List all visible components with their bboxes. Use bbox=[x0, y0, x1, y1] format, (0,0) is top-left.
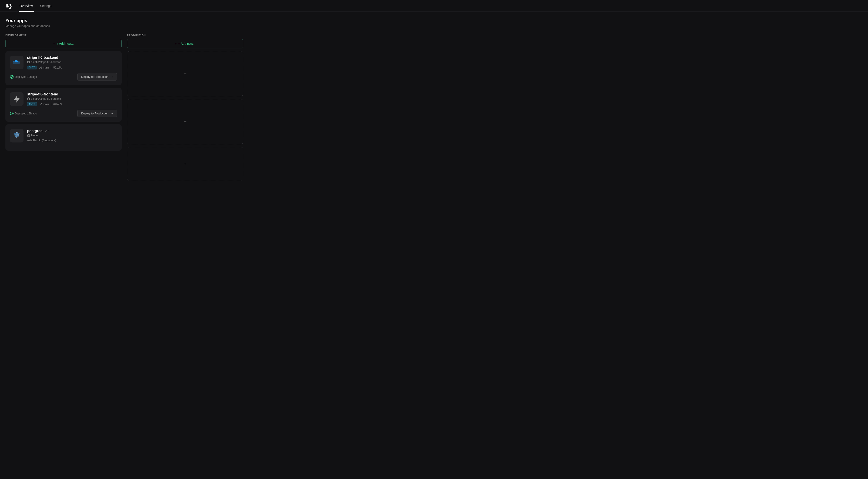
auto-badge-frontend: AUTO bbox=[27, 102, 37, 106]
app-card-top: stripe-fl0-backend dalefl0/stripe-fl0-ba… bbox=[10, 56, 117, 69]
postgres-version: v15 bbox=[45, 129, 49, 133]
svg-point-6 bbox=[19, 61, 20, 62]
main-content: Your apps Manage your apps and databases… bbox=[0, 12, 249, 190]
production-column: PRODUCTION + + Add new... + + + bbox=[127, 34, 243, 184]
columns-grid: DEVELOPMENT + + Add new... bbox=[5, 34, 243, 184]
postgres-region: Asia Pacific (Singapore) bbox=[27, 139, 117, 142]
app-meta-frontend: AUTO ⎇ main | 64b774 bbox=[27, 102, 117, 106]
svg-point-10 bbox=[16, 133, 18, 136]
production-empty-slot-2[interactable]: + bbox=[127, 99, 243, 144]
app-repo-frontend: dalefl0/stripe-fl0-frontend bbox=[27, 97, 117, 100]
production-empty-slot-3[interactable]: + bbox=[127, 147, 243, 181]
app-info-postgres: postgres v15 Neon Asia Pacific (Singapor… bbox=[27, 129, 117, 142]
branch-icon: ⎇ bbox=[39, 66, 42, 69]
logo-text: fl{} bbox=[5, 3, 11, 9]
deploy-status-backend: Deployed 19h ago bbox=[10, 75, 37, 79]
svg-marker-7 bbox=[14, 96, 20, 102]
app-info-backend: stripe-fl0-backend dalefl0/stripe-fl0-ba… bbox=[27, 56, 117, 69]
svg-point-16 bbox=[18, 133, 19, 134]
commit-hash-backend: 551c5d bbox=[53, 66, 62, 69]
docker-icon bbox=[10, 56, 24, 69]
deploy-to-production-button-frontend[interactable]: Deploy to Production → bbox=[77, 110, 117, 117]
app-card-postgres: postgres v15 Neon Asia Pacific (Singapor… bbox=[5, 124, 122, 151]
github-icon-frontend bbox=[27, 97, 30, 100]
plus-icon-slot1: + bbox=[184, 71, 187, 77]
tab-settings[interactable]: Settings bbox=[39, 0, 53, 12]
plus-icon-slot2: + bbox=[184, 119, 187, 125]
development-header: DEVELOPMENT bbox=[5, 34, 122, 37]
db-icon bbox=[27, 134, 30, 137]
app-card-stripe-fl0-backend: stripe-fl0-backend dalefl0/stripe-fl0-ba… bbox=[5, 51, 122, 85]
branch-info-backend: ⎇ main bbox=[39, 66, 49, 69]
page-subtitle: Manage your apps and databases. bbox=[5, 24, 243, 28]
app-repo-backend: dalefl0/stripe-fl0-backend bbox=[27, 61, 117, 64]
app-card-footer-frontend: Deployed 19h ago Deploy to Production → bbox=[10, 110, 117, 117]
svg-point-15 bbox=[14, 133, 15, 135]
app-card-footer-backend: Deployed 19h ago Deploy to Production → bbox=[10, 73, 117, 81]
svg-rect-0 bbox=[13, 61, 15, 62]
nav-tabs: Overview Settings bbox=[19, 0, 58, 11]
status-icon-backend bbox=[10, 75, 13, 79]
app-card-stripe-fl0-frontend: stripe-fl0-frontend dalefl0/stripe-fl0-f… bbox=[5, 88, 122, 122]
tab-overview[interactable]: Overview bbox=[19, 0, 34, 12]
app-meta-backend: AUTO ⎇ main | 551c5d bbox=[27, 66, 117, 69]
svg-point-13 bbox=[16, 134, 16, 134]
production-add-new-button[interactable]: + + Add new... bbox=[127, 39, 243, 49]
arrow-right-icon-frontend: → bbox=[110, 112, 113, 115]
app-card-top-postgres: postgres v15 Neon Asia Pacific (Singapor… bbox=[10, 129, 117, 143]
branch-info-frontend: ⎇ main bbox=[39, 103, 49, 106]
app-card-top-frontend: stripe-fl0-frontend dalefl0/stripe-fl0-f… bbox=[10, 92, 117, 106]
plus-icon-prod: + bbox=[175, 42, 177, 46]
plus-icon-slot3: + bbox=[184, 161, 187, 167]
logo: fl{} bbox=[5, 3, 11, 9]
postgres-icon bbox=[10, 129, 24, 143]
status-icon-frontend bbox=[10, 112, 13, 115]
arrow-right-icon: → bbox=[110, 75, 113, 79]
app-info-frontend: stripe-fl0-frontend dalefl0/stripe-fl0-f… bbox=[27, 92, 117, 106]
auto-badge-backend: AUTO bbox=[27, 66, 37, 69]
deploy-status-frontend: Deployed 19h ago bbox=[10, 112, 37, 115]
app-provider-postgres: Neon bbox=[27, 134, 117, 137]
header: fl{} Overview Settings bbox=[0, 0, 868, 12]
app-name-frontend: stripe-fl0-frontend bbox=[27, 92, 117, 96]
app-name-backend: stripe-fl0-backend bbox=[27, 56, 117, 60]
production-header: PRODUCTION bbox=[127, 34, 243, 37]
app-name-postgres: postgres v15 bbox=[27, 129, 117, 133]
deploy-to-production-button-backend[interactable]: Deploy to Production → bbox=[77, 73, 117, 81]
development-column: DEVELOPMENT + + Add new... bbox=[5, 34, 122, 184]
branch-icon-frontend: ⎇ bbox=[39, 103, 42, 106]
commit-hash-frontend: 64b774 bbox=[53, 103, 62, 106]
github-icon bbox=[27, 61, 30, 64]
plus-icon: + bbox=[53, 42, 55, 46]
page-title: Your apps bbox=[5, 18, 243, 23]
development-add-new-button[interactable]: + + Add new... bbox=[5, 39, 122, 49]
bolt-icon bbox=[10, 92, 24, 106]
production-empty-slot-1[interactable]: + bbox=[127, 51, 243, 96]
